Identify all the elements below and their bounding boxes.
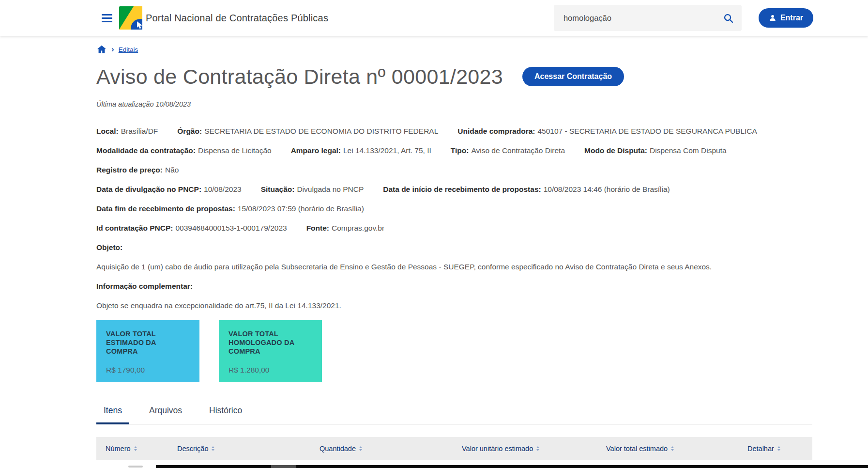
objeto-label: Objeto: (96, 243, 122, 252)
info-complementar-text: Objeto se enquadra na excepcionalidade d… (96, 301, 341, 310)
column-header-detalhar[interactable]: Detalhar (738, 437, 812, 460)
detail-pair-modo-disputa: Modo de Disputa:Dispensa Com Disputa (584, 146, 727, 155)
column-header-valor-unitario[interactable]: Valor unitário estimado (453, 437, 597, 460)
contract-details: Local:Brasília/DF Órgão:SECRETARIA DE ES… (96, 126, 812, 310)
card-value: R$ 1790,00 (106, 366, 190, 374)
search-box (554, 5, 742, 31)
column-label: Detalhar (747, 445, 774, 452)
detail-value: 10/08/2023 (204, 185, 242, 193)
login-button[interactable]: Entrar (759, 8, 813, 28)
home-icon (96, 45, 107, 54)
card-valor-homologado: VALOR TOTAL HOMOLOGADO DA COMPRA R$ 1.28… (219, 320, 322, 382)
search-icon (723, 13, 734, 24)
detail-label: Data de início de recebimento de propost… (383, 185, 541, 193)
title-row: Aviso de Contratação Direta nº 00001/202… (96, 64, 812, 89)
detail-pair-unidade-compradora: Unidade compradora:450107 - SECRETARIA D… (457, 126, 757, 136)
bottom-strip (0, 465, 868, 468)
detail-label: Modo de Disputa: (584, 146, 647, 155)
detail-value: Compras.gov.br (332, 224, 384, 232)
detail-pair-orgao: Órgão:SECRETARIA DE ESTADO DE ECONOMIA D… (177, 126, 438, 136)
detail-value: Divulgada no PNCP (297, 185, 364, 193)
detail-value: 15/08/2023 07:59 (horário de Brasília) (238, 204, 364, 213)
detail-label: Amparo legal: (291, 146, 341, 155)
items-table-header: Número Descrição Quantidade Valor unitár… (96, 437, 812, 460)
sort-icon (777, 446, 780, 451)
detail-label: Id contratação PNCP: (96, 224, 173, 232)
page-title: Aviso de Contratação Direta nº 00001/202… (96, 64, 503, 89)
breadcrumb-separator-icon: › (111, 45, 114, 53)
column-label: Número (106, 445, 131, 452)
detail-label: Data de divulgação no PNCP: (96, 185, 201, 193)
column-header-quantidade[interactable]: Quantidade (310, 437, 453, 460)
detail-value: Não (165, 166, 179, 174)
detail-pair-tipo: Tipo:Aviso de Contratação Direta (451, 146, 565, 155)
sort-icon (359, 446, 362, 451)
login-button-label: Entrar (780, 14, 803, 22)
detail-value: 00394684000153-1-000179/2023 (175, 224, 287, 232)
detail-row: Data fim de recebimento de propostas:15/… (96, 204, 812, 213)
bottom-strip-bar (156, 465, 868, 468)
column-label: Valor unitário estimado (462, 445, 533, 452)
breadcrumb-link-editais[interactable]: Editais (119, 46, 138, 53)
column-header-descricao[interactable]: Descrição (168, 437, 310, 460)
govbr-logo-icon (119, 6, 142, 30)
detail-label: Data fim de recebimento de propostas: (96, 204, 235, 213)
detail-value: Brasília/DF (121, 127, 158, 135)
detail-label: Órgão: (177, 127, 202, 135)
detail-pair-situacao: Situação:Divulgada no PNCP (261, 185, 364, 194)
home-link[interactable] (96, 45, 107, 54)
detail-pair-modalidade: Modalidade da contratação:Dispensa de Li… (96, 146, 272, 155)
column-label: Valor total estimado (606, 445, 668, 452)
card-title: VALOR TOTAL ESTIMADO DA COMPRA (106, 329, 190, 356)
detail-pair-id-pncp: Id contratação PNCP:00394684000153-1-000… (96, 223, 287, 233)
bottom-strip-segment (271, 465, 296, 468)
detail-label: Local: (96, 127, 119, 135)
govbr-logo[interactable] (119, 6, 142, 30)
info-complementar-label: Informação complementar: (96, 281, 193, 291)
objeto-text: Aquisição de 1 (um) cabo de áudio para u… (96, 262, 712, 271)
tab-historico[interactable]: Histórico (202, 406, 249, 424)
detail-pair-amparo-legal: Amparo legal:Lei 14.133/2021, Art. 75, I… (291, 146, 431, 155)
sort-icon (134, 446, 137, 451)
detail-row: Objeto: (96, 243, 812, 252)
detail-row: Aquisição de 1 (um) cabo de áudio para u… (96, 262, 812, 271)
detail-value: 10/08/2023 14:46 (horário de Brasília) (544, 185, 670, 193)
card-title: VALOR TOTAL HOMOLOGADO DA COMPRA (228, 329, 312, 356)
detail-label: Unidade compradora: (457, 127, 535, 135)
top-bar: Portal Nacional de Contratações Públicas… (0, 0, 868, 36)
menu-icon[interactable] (102, 14, 112, 22)
detail-pair-local: Local:Brasília/DF (96, 126, 158, 136)
tab-itens[interactable]: Itens (96, 406, 129, 424)
detail-row: Local:Brasília/DF Órgão:SECRETARIA DE ES… (96, 126, 812, 136)
detail-label: Tipo: (451, 146, 469, 155)
detail-pair-data-inicio: Data de início de recebimento de propost… (383, 185, 670, 194)
bottom-strip-mark (128, 466, 143, 468)
detail-pair-data-fim: Data fim de recebimento de propostas:15/… (96, 204, 364, 213)
card-value: R$ 1.280,00 (228, 366, 312, 374)
search-button[interactable] (723, 13, 734, 24)
sort-icon (212, 446, 214, 451)
detail-value: Aviso de Contratação Direta (471, 146, 565, 155)
detail-pair-registro-preco: Registro de preço:Não (96, 165, 179, 174)
detail-label: Situação: (261, 185, 295, 193)
tab-arquivos[interactable]: Arquivos (142, 406, 189, 424)
access-contract-button[interactable]: Acessar Contratação (522, 67, 624, 86)
main-content: › Editais Aviso de Contratação Direta nº… (96, 44, 812, 460)
value-cards: VALOR TOTAL ESTIMADO DA COMPRA R$ 1790,0… (96, 320, 812, 382)
column-label: Descrição (177, 445, 208, 452)
detail-value: 450107 - SECRETARIA DE ESTADO DE SEGURAN… (538, 127, 757, 135)
column-header-numero[interactable]: Número (96, 437, 168, 460)
detail-pair-fonte: Fonte:Compras.gov.br (306, 223, 384, 233)
search-input[interactable] (563, 14, 723, 23)
last-update: Última atualização 10/08/2023 (96, 100, 812, 108)
detail-value: Dispensa de Licitação (198, 146, 272, 155)
sort-icon (536, 446, 539, 451)
detail-label: Registro de preço: (96, 166, 163, 174)
detail-pair-data-divulgacao: Data de divulgação no PNCP:10/08/2023 (96, 185, 242, 194)
detail-row: Registro de preço:Não (96, 165, 812, 174)
column-header-valor-total[interactable]: Valor total estimado (597, 437, 738, 460)
tab-bar: Itens Arquivos Histórico (96, 406, 812, 424)
breadcrumb: › Editais (96, 44, 812, 55)
detail-value: SECRETARIA DE ESTADO DE ECONOMIA DO DIST… (204, 127, 438, 135)
detail-value: Dispensa Com Disputa (650, 146, 727, 155)
